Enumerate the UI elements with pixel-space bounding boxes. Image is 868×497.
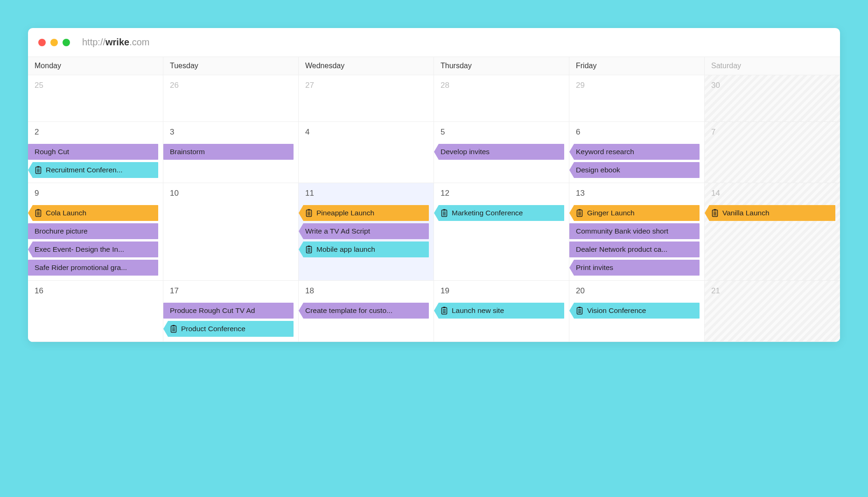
- clipboard-icon: [441, 306, 448, 315]
- calendar-event[interactable]: Safe Rider promotional gra...: [28, 260, 158, 276]
- calendar-cell[interactable]: 25: [28, 75, 163, 122]
- svg-rect-26: [579, 209, 581, 211]
- svg-rect-16: [308, 246, 310, 247]
- day-number: 28: [437, 79, 566, 95]
- day-number: 7: [707, 126, 837, 142]
- address-bar[interactable]: http://wrike.com: [82, 37, 150, 48]
- day-number: 2: [31, 126, 160, 142]
- calendar-event[interactable]: Keyword research: [569, 144, 700, 160]
- calendar-cell[interactable]: 2Rough Cut Recruitment Conferen...: [28, 122, 163, 183]
- day-number: 16: [31, 284, 160, 300]
- calendar-event[interactable]: Design ebook: [569, 162, 700, 178]
- calendar-event[interactable]: Ginger Launch: [569, 205, 700, 221]
- event-label: Pineapple Launch: [316, 209, 374, 217]
- svg-rect-46: [579, 307, 581, 308]
- app-window: http://wrike.com MondayTuesdayWednesdayT…: [28, 28, 840, 342]
- calendar-cell[interactable]: 28: [434, 75, 569, 122]
- clipboard-icon: [35, 166, 42, 174]
- calendar-cell[interactable]: 17Produce Rough Cut TV Ad Product Confer…: [163, 281, 299, 342]
- day-number: 19: [437, 284, 566, 300]
- day-header-row: MondayTuesdayWednesdayThursdayFridaySatu…: [28, 57, 840, 75]
- calendar-event[interactable]: Pineapple Launch: [299, 205, 429, 221]
- calendar-cell[interactable]: 19 Launch new site: [434, 281, 569, 342]
- titlebar: http://wrike.com: [28, 28, 840, 57]
- calendar-cell[interactable]: 3Brainstorm: [163, 122, 299, 183]
- svg-rect-41: [443, 307, 446, 308]
- maximize-icon[interactable]: [63, 39, 70, 46]
- event-label: Recruitment Conferen...: [46, 166, 123, 174]
- event-label: Product Conference: [181, 325, 245, 333]
- event-label: Marketing Conference: [452, 209, 523, 217]
- day-number: 13: [572, 187, 701, 203]
- calendar-event[interactable]: Community Bank video short: [569, 223, 700, 239]
- event-label: Mobile app launch: [316, 245, 375, 254]
- calendar-cell[interactable]: 27: [299, 75, 434, 122]
- svg-rect-36: [173, 325, 175, 327]
- day-number: 21: [707, 284, 837, 300]
- event-label: Create template for custo...: [305, 306, 392, 315]
- calendar-cell[interactable]: 26: [163, 75, 299, 122]
- calendar-cell[interactable]: 18Create template for custo...: [299, 281, 434, 342]
- day-number: 18: [301, 284, 431, 300]
- calendar-cell[interactable]: 4: [299, 122, 434, 183]
- day-number: 20: [572, 284, 701, 300]
- calendar-event[interactable]: Brainstorm: [163, 144, 294, 160]
- clipboard-icon: [576, 306, 583, 315]
- event-label: Design ebook: [576, 166, 620, 174]
- calendar-cell[interactable]: 5Develop invites: [434, 122, 569, 183]
- calendar-cell[interactable]: 29: [569, 75, 705, 122]
- calendar-event[interactable]: Mobile app launch: [299, 241, 429, 257]
- window-controls: [38, 39, 70, 46]
- calendar-cell[interactable]: 9 Cola LaunchBrochure pictureExec Event-…: [28, 183, 163, 281]
- svg-rect-21: [443, 209, 446, 211]
- calendar-event[interactable]: Dealer Network product ca...: [569, 241, 700, 257]
- calendar-event[interactable]: Produce Rough Cut TV Ad: [163, 303, 294, 319]
- calendar-cell[interactable]: 20 Vision Conference: [569, 281, 705, 342]
- clipboard-icon: [711, 209, 719, 217]
- event-label: Produce Rough Cut TV Ad: [170, 306, 255, 315]
- calendar-cell[interactable]: 13 Ginger LaunchCommunity Bank video sho…: [569, 183, 705, 281]
- calendar-event[interactable]: Print invites: [569, 260, 700, 276]
- event-label: Keyword research: [576, 148, 634, 156]
- calendar-event[interactable]: Vision Conference: [569, 303, 700, 319]
- event-label: Vision Conference: [587, 306, 646, 315]
- calendar-event[interactable]: Brochure picture: [28, 223, 158, 239]
- calendar-event[interactable]: Cola Launch: [28, 205, 158, 221]
- day-number: 12: [437, 187, 566, 203]
- calendar-cell[interactable]: 11 Pineapple LaunchWrite a TV Ad Script …: [299, 183, 434, 281]
- calendar-cell[interactable]: 21: [705, 281, 840, 342]
- calendar-cell[interactable]: 30: [705, 75, 840, 122]
- calendar-event[interactable]: Exec Event- Design the In...: [28, 241, 158, 257]
- day-number: 5: [437, 126, 566, 142]
- calendar-cell[interactable]: 14 Vanilla Launch: [705, 183, 840, 281]
- day-header-cell: Thursday: [434, 57, 569, 75]
- event-label: Print invites: [576, 263, 613, 272]
- calendar-cell[interactable]: 10: [163, 183, 299, 281]
- svg-rect-11: [308, 209, 310, 211]
- calendar-event[interactable]: Recruitment Conferen...: [28, 162, 158, 178]
- calendar-cell[interactable]: 6Keyword researchDesign ebook: [569, 122, 705, 183]
- event-label: Brainstorm: [170, 148, 205, 156]
- calendar-event[interactable]: Vanilla Launch: [705, 205, 835, 221]
- event-label: Safe Rider promotional gra...: [35, 263, 127, 272]
- day-header-cell: Friday: [569, 57, 705, 75]
- calendar-event[interactable]: Create template for custo...: [299, 303, 429, 319]
- calendar-event[interactable]: Launch new site: [434, 303, 564, 319]
- clipboard-icon: [441, 209, 448, 217]
- calendar-cell[interactable]: 12 Marketing Conference: [434, 183, 569, 281]
- close-icon[interactable]: [38, 39, 46, 46]
- calendar-event[interactable]: Marketing Conference: [434, 205, 564, 221]
- event-label: Cola Launch: [46, 209, 86, 217]
- calendar-event[interactable]: Product Conference: [163, 321, 294, 337]
- calendar-event[interactable]: Rough Cut: [28, 144, 158, 160]
- svg-rect-31: [714, 209, 716, 211]
- calendar-event[interactable]: Write a TV Ad Script: [299, 223, 429, 239]
- event-label: Exec Event- Design the In...: [35, 245, 124, 254]
- calendar-cell[interactable]: 16: [28, 281, 163, 342]
- calendar-event[interactable]: Develop invites: [434, 144, 564, 160]
- event-label: Dealer Network product ca...: [576, 245, 667, 254]
- day-header-cell: Tuesday: [163, 57, 299, 75]
- day-number: 30: [707, 79, 837, 95]
- calendar-cell[interactable]: 7: [705, 122, 840, 183]
- minimize-icon[interactable]: [50, 39, 58, 46]
